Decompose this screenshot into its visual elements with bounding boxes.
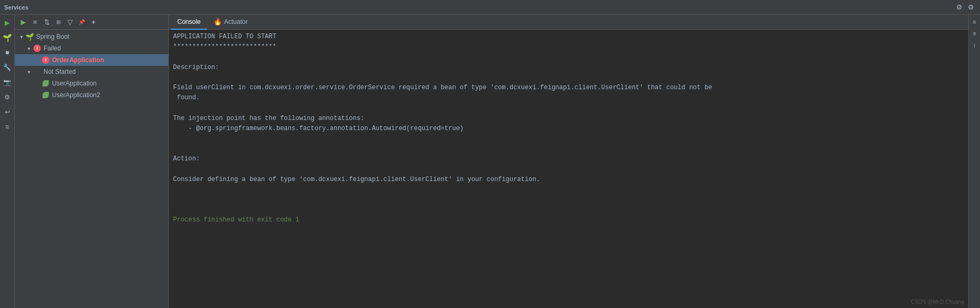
leaf-icon-user-app (42, 80, 49, 87)
tree-item-spring-boot[interactable]: ▾ 🌱 Spring Boot (15, 31, 168, 42)
failed-label: Failed (44, 45, 61, 52)
spring-boot-label: Spring Boot (36, 33, 70, 40)
user-app2-icon (41, 91, 50, 99)
tree-arrow-not-started: ▾ (25, 69, 32, 75)
leaf-icon-user-app2 (42, 92, 49, 98)
watermark: CSDN @Mr.D.Chuang (911, 299, 964, 305)
tabs-bar: Console 🔥 Actuator (169, 15, 968, 30)
tree-arrow-spring-boot: ▾ (18, 34, 24, 40)
settings-button[interactable]: ⚙ (955, 3, 964, 12)
user-app-icon (41, 79, 50, 88)
tree-item-not-started[interactable]: ▾ Not Started (15, 66, 168, 78)
console-area[interactable]: APPLICATION FAILED TO START ************… (169, 30, 968, 308)
tree-item-user-application2[interactable]: UserApplication2 (15, 89, 168, 101)
order-application-label: OrderApplication (52, 56, 104, 64)
top-bar-icons: ⚙ ⚙ (955, 3, 976, 12)
sidebar-toolbar: ▶ ≡ ⇅ ⊞ ▽ 📌 + (18, 17, 99, 28)
tree-item-user-application[interactable]: UserApplication (15, 78, 168, 89)
align-button[interactable]: ≡ (30, 17, 40, 28)
services-title: Services (4, 4, 28, 11)
user-application-label: UserApplication (52, 80, 97, 87)
right-edge-btn-3[interactable]: ↕ (970, 40, 979, 50)
camera-icon[interactable]: 📷 (2, 76, 13, 88)
actuator-tab-label: Actuator (224, 18, 248, 25)
right-panel: Console 🔥 Actuator APPLICATION FAILED TO… (169, 15, 968, 308)
not-started-icon (33, 67, 41, 76)
tree-item-order-application[interactable]: ! OrderApplication (15, 54, 168, 66)
tree-item-failed[interactable]: ▾ ! Failed (15, 42, 168, 54)
group-button[interactable]: ⊞ (53, 17, 64, 28)
tab-actuator[interactable]: 🔥 Actuator (207, 15, 254, 30)
spring-icon[interactable]: 🌱 (2, 32, 13, 44)
back-icon[interactable]: ↩ (2, 106, 13, 118)
process-exit-line: Process finished with exit code 1 (173, 216, 299, 224)
error-circle-icon: ! (33, 45, 41, 52)
not-started-label: Not Started (44, 68, 76, 75)
filter-button[interactable]: ▽ (65, 17, 75, 28)
order-error-icon: ! (42, 56, 49, 64)
sort-button[interactable]: ⇅ (41, 17, 52, 28)
console-line-header: APPLICATION FAILED TO START ************… (173, 33, 712, 224)
right-edge-btn-2[interactable]: ≡ (970, 29, 979, 38)
main-container: ▶ 🌱 ■ 🔧 📷 ⚙ ↩ ≡ ▶ ≡ ⇅ ⊞ ▽ 📌 + ▾ 🌱 (0, 15, 980, 308)
spring-boot-icon: 🌱 (25, 32, 34, 41)
console-tab-label: Console (177, 18, 201, 25)
flame-icon: 🔥 (213, 18, 222, 25)
stop-icon[interactable]: ■ (2, 47, 13, 58)
order-app-icon: ! (41, 56, 50, 64)
sidebar: ▶ ≡ ⇅ ⊞ ▽ 📌 + ▾ 🌱 Spring Boot ▾ ! (15, 15, 169, 308)
tree-arrow-failed: ▾ (25, 46, 32, 52)
sidebar-content: ▾ 🌱 Spring Boot ▾ ! Failed ! OrderApplic… (15, 30, 168, 308)
top-bar: Services ⚙ ⚙ (0, 0, 980, 15)
menu-icon[interactable]: ≡ (2, 121, 13, 133)
right-edge-panel: ≡ ≡ ↕ (968, 15, 980, 308)
left-action-icons: ▶ 🌱 ■ 🔧 📷 ⚙ ↩ ≡ (0, 15, 15, 308)
sidebar-header: ▶ ≡ ⇅ ⊞ ▽ 📌 + (15, 15, 168, 30)
wrench-icon[interactable]: 🔧 (2, 62, 13, 73)
user-application2-label: UserApplication2 (52, 91, 100, 99)
failed-icon: ! (33, 44, 41, 53)
config-button[interactable]: ⚙ (966, 3, 976, 12)
add-button[interactable]: + (88, 17, 99, 28)
pin-button[interactable]: 📌 (76, 17, 87, 28)
play-button[interactable]: ▶ (18, 17, 29, 28)
tab-console[interactable]: Console (171, 15, 207, 30)
right-edge-btn-1[interactable]: ≡ (970, 17, 979, 27)
gear-icon[interactable]: ⚙ (2, 91, 13, 103)
console-output: APPLICATION FAILED TO START ************… (173, 32, 964, 226)
run-icon[interactable]: ▶ (2, 17, 13, 29)
